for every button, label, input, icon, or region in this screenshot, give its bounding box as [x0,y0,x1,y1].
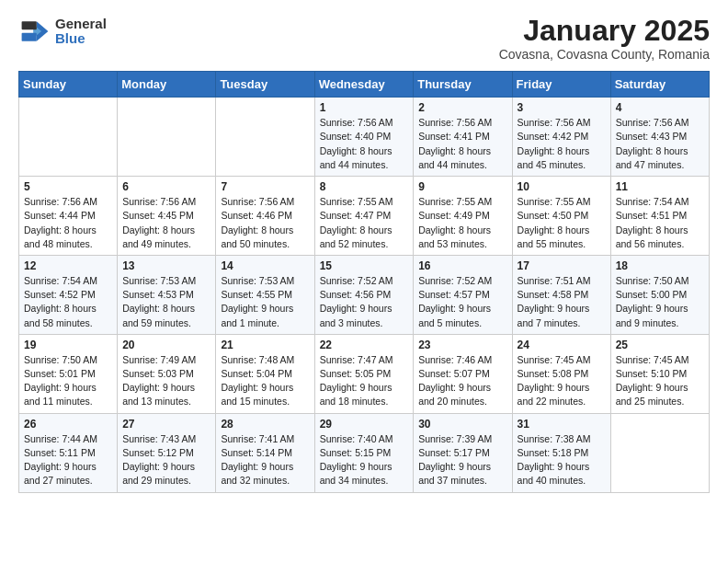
day-number: 31 [518,418,606,431]
calendar-cell: 16Sunrise: 7:52 AMSunset: 4:57 PMDayligh… [414,255,512,334]
day-info: Sunrise: 7:45 AMSunset: 5:08 PMDaylight:… [518,353,606,409]
day-info: Sunrise: 7:40 AMSunset: 5:15 PMDaylight:… [320,432,409,488]
day-info: Sunrise: 7:48 AMSunset: 5:04 PMDaylight:… [221,353,309,409]
day-info: Sunrise: 7:52 AMSunset: 4:56 PMDaylight:… [320,274,409,330]
calendar-cell [610,413,709,492]
calendar-cell: 31Sunrise: 7:38 AMSunset: 5:18 PMDayligh… [512,413,610,492]
calendar-cell: 9Sunrise: 7:55 AMSunset: 4:49 PMDaylight… [414,177,512,256]
logo: General Blue [18,15,107,48]
calendar-cell: 17Sunrise: 7:51 AMSunset: 4:58 PMDayligh… [512,255,610,334]
weekday-header-friday: Friday [512,72,610,98]
page: General Blue January 2025 Covasna, Covas… [0,0,728,508]
calendar-week-row: 19Sunrise: 7:50 AMSunset: 5:01 PMDayligh… [19,334,710,413]
day-info: Sunrise: 7:50 AMSunset: 5:00 PMDaylight:… [616,274,704,330]
day-number: 9 [418,180,506,193]
day-number: 28 [221,418,309,431]
calendar-cell: 27Sunrise: 7:43 AMSunset: 5:12 PMDayligh… [118,413,216,492]
weekday-header-tuesday: Tuesday [216,72,314,98]
calendar-cell: 13Sunrise: 7:53 AMSunset: 4:53 PMDayligh… [118,255,216,334]
calendar-cell: 18Sunrise: 7:50 AMSunset: 5:00 PMDayligh… [610,255,709,334]
calendar-table: SundayMondayTuesdayWednesdayThursdayFrid… [18,71,710,492]
calendar-cell: 2Sunrise: 7:56 AMSunset: 4:41 PMDaylight… [414,98,512,177]
day-number: 6 [122,180,210,193]
calendar-cell: 6Sunrise: 7:56 AMSunset: 4:45 PMDaylight… [118,177,216,256]
day-number: 17 [518,259,606,272]
day-info: Sunrise: 7:55 AMSunset: 4:47 PMDaylight:… [320,195,409,251]
day-info: Sunrise: 7:56 AMSunset: 4:43 PMDaylight:… [616,116,704,172]
logo-text: General Blue [55,17,107,47]
day-number: 2 [418,101,506,114]
day-number: 11 [616,180,704,193]
calendar-cell: 10Sunrise: 7:55 AMSunset: 4:50 PMDayligh… [512,177,610,256]
calendar-cell: 25Sunrise: 7:45 AMSunset: 5:10 PMDayligh… [610,334,709,413]
day-number: 26 [24,418,112,431]
calendar-cell: 15Sunrise: 7:52 AMSunset: 4:56 PMDayligh… [314,255,414,334]
day-number: 27 [122,418,210,431]
day-info: Sunrise: 7:54 AMSunset: 4:52 PMDaylight:… [24,274,112,330]
title-area: January 2025 Covasna, Covasna County, Ro… [499,15,710,62]
month-title: January 2025 [499,15,710,47]
calendar-cell: 22Sunrise: 7:47 AMSunset: 5:05 PMDayligh… [314,334,414,413]
day-number: 23 [418,339,506,351]
day-info: Sunrise: 7:49 AMSunset: 5:03 PMDaylight:… [122,353,210,409]
day-info: Sunrise: 7:38 AMSunset: 5:18 PMDaylight:… [518,432,606,488]
weekday-header-sunday: Sunday [19,72,118,98]
calendar-cell: 4Sunrise: 7:56 AMSunset: 4:43 PMDaylight… [610,98,709,177]
calendar-cell: 30Sunrise: 7:39 AMSunset: 5:17 PMDayligh… [414,413,512,492]
calendar-cell: 19Sunrise: 7:50 AMSunset: 5:01 PMDayligh… [19,334,118,413]
day-info: Sunrise: 7:55 AMSunset: 4:49 PMDaylight:… [418,195,506,251]
weekday-header-wednesday: Wednesday [314,72,414,98]
day-number: 10 [518,180,606,193]
calendar-cell: 8Sunrise: 7:55 AMSunset: 4:47 PMDaylight… [314,177,414,256]
day-info: Sunrise: 7:56 AMSunset: 4:45 PMDaylight:… [122,195,210,251]
header: General Blue January 2025 Covasna, Covas… [18,15,710,62]
day-info: Sunrise: 7:55 AMSunset: 4:50 PMDaylight:… [518,195,606,251]
day-number: 3 [518,101,606,114]
day-number: 8 [320,180,409,193]
calendar-cell [216,98,314,177]
day-info: Sunrise: 7:46 AMSunset: 5:07 PMDaylight:… [418,353,506,409]
day-info: Sunrise: 7:45 AMSunset: 5:10 PMDaylight:… [616,353,704,409]
calendar-week-row: 26Sunrise: 7:44 AMSunset: 5:11 PMDayligh… [19,413,710,492]
day-info: Sunrise: 7:56 AMSunset: 4:41 PMDaylight:… [418,116,506,172]
day-number: 7 [221,180,309,193]
calendar-cell: 23Sunrise: 7:46 AMSunset: 5:07 PMDayligh… [414,334,512,413]
calendar-cell: 20Sunrise: 7:49 AMSunset: 5:03 PMDayligh… [118,334,216,413]
day-number: 29 [320,418,409,431]
day-info: Sunrise: 7:52 AMSunset: 4:57 PMDaylight:… [418,274,506,330]
day-info: Sunrise: 7:39 AMSunset: 5:17 PMDaylight:… [418,432,506,488]
subtitle: Covasna, Covasna County, Romania [499,47,710,62]
calendar-cell: 21Sunrise: 7:48 AMSunset: 5:04 PMDayligh… [216,334,314,413]
calendar-cell: 11Sunrise: 7:54 AMSunset: 4:51 PMDayligh… [610,177,709,256]
calendar-cell: 26Sunrise: 7:44 AMSunset: 5:11 PMDayligh… [19,413,118,492]
day-info: Sunrise: 7:44 AMSunset: 5:11 PMDaylight:… [24,432,112,488]
day-info: Sunrise: 7:54 AMSunset: 4:51 PMDaylight:… [616,195,704,251]
day-info: Sunrise: 7:53 AMSunset: 4:55 PMDaylight:… [221,274,309,330]
day-info: Sunrise: 7:51 AMSunset: 4:58 PMDaylight:… [518,274,606,330]
weekday-header-saturday: Saturday [610,72,709,98]
calendar-cell: 3Sunrise: 7:56 AMSunset: 4:42 PMDaylight… [512,98,610,177]
day-info: Sunrise: 7:56 AMSunset: 4:40 PMDaylight:… [320,116,409,172]
day-number: 22 [320,339,409,351]
calendar-week-row: 12Sunrise: 7:54 AMSunset: 4:52 PMDayligh… [19,255,710,334]
calendar-cell: 28Sunrise: 7:41 AMSunset: 5:14 PMDayligh… [216,413,314,492]
day-number: 20 [122,339,210,351]
svg-rect-2 [22,21,37,29]
day-info: Sunrise: 7:56 AMSunset: 4:44 PMDaylight:… [24,195,112,251]
weekday-header-monday: Monday [118,72,216,98]
day-number: 16 [418,259,506,272]
day-number: 19 [24,339,112,351]
day-number: 18 [616,259,704,272]
logo-icon [18,15,51,48]
calendar-cell: 12Sunrise: 7:54 AMSunset: 4:52 PMDayligh… [19,255,118,334]
logo-general-text: General [55,17,107,32]
calendar-cell [19,98,118,177]
calendar-cell: 1Sunrise: 7:56 AMSunset: 4:40 PMDaylight… [314,98,414,177]
calendar-cell: 29Sunrise: 7:40 AMSunset: 5:15 PMDayligh… [314,413,414,492]
day-info: Sunrise: 7:43 AMSunset: 5:12 PMDaylight:… [122,432,210,488]
day-number: 12 [24,259,112,272]
day-number: 1 [320,101,409,114]
day-info: Sunrise: 7:47 AMSunset: 5:05 PMDaylight:… [320,353,409,409]
day-info: Sunrise: 7:53 AMSunset: 4:53 PMDaylight:… [122,274,210,330]
day-info: Sunrise: 7:56 AMSunset: 4:42 PMDaylight:… [518,116,606,172]
